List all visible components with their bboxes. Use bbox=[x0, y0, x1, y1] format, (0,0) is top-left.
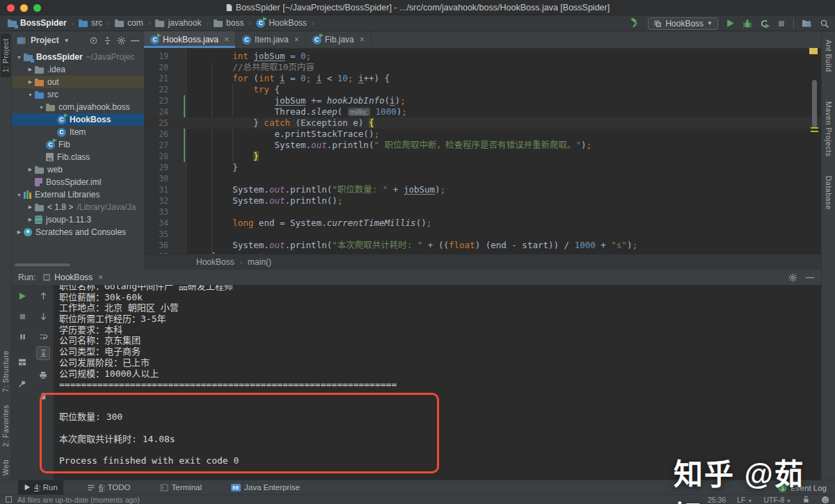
code-line-32[interactable]: 32 System.out.println(); bbox=[144, 195, 821, 206]
tree-item-src[interactable]: ▼src bbox=[12, 88, 144, 101]
horizontal-scrollbar[interactable] bbox=[15, 263, 70, 266]
chevron-right-icon[interactable]: ▶ bbox=[26, 67, 35, 72]
layout-button[interactable] bbox=[17, 357, 28, 368]
code-line-26[interactable]: 26 e.printStackTrace(); bbox=[144, 129, 821, 140]
tree-item-idea[interactable]: ▶.idea bbox=[12, 63, 144, 76]
close-icon[interactable]: × bbox=[294, 35, 299, 44]
code-line-29[interactable]: 29 } bbox=[144, 162, 821, 173]
breadcrumb-method[interactable]: main() bbox=[248, 257, 271, 267]
code-line-36[interactable]: 36 System.out.println("本次爬取共计耗时: " + ((f… bbox=[144, 240, 821, 251]
tree-item-comjavahookboss[interactable]: ▼com.javahook.boss bbox=[12, 101, 144, 113]
stop-gray-button[interactable] bbox=[17, 311, 28, 322]
gear-icon[interactable] bbox=[788, 273, 797, 282]
tool-window-button-mavenprojects[interactable]: Maven Projects bbox=[825, 101, 833, 156]
tree-item-hookboss[interactable]: CHookBoss bbox=[12, 113, 144, 126]
project-structure-icon[interactable] bbox=[802, 19, 812, 28]
chevron-right-icon[interactable]: ▶ bbox=[26, 217, 35, 222]
tree-item-fib[interactable]: CFib bbox=[12, 138, 144, 151]
breadcrumb-class[interactable]: HookBoss bbox=[196, 257, 234, 267]
tree-item-bossspideriml[interactable]: BossSpider.iml bbox=[12, 176, 144, 188]
tool-window-button-run[interactable]: 4: Run bbox=[18, 480, 63, 495]
chevron-right-icon[interactable]: ▶ bbox=[26, 167, 35, 172]
printer-button[interactable] bbox=[38, 370, 49, 381]
background-tasks-icon[interactable] bbox=[6, 496, 12, 503]
tool-window-button-web[interactable]: Web bbox=[1, 460, 10, 475]
collapse-all-icon[interactable] bbox=[103, 36, 112, 45]
editor-scrollbar[interactable] bbox=[812, 80, 817, 127]
code-line-19[interactable]: 19 int jobSum = 0; bbox=[144, 51, 821, 62]
breadcrumb-item[interactable]: boss bbox=[212, 18, 246, 28]
breadcrumb-item[interactable]: com bbox=[113, 18, 145, 28]
hide-panel-icon[interactable]: — bbox=[806, 273, 814, 282]
close-icon[interactable]: × bbox=[360, 35, 365, 44]
tree-item-out[interactable]: ▶out bbox=[12, 76, 144, 88]
run-button[interactable] bbox=[726, 19, 735, 28]
tool-window-button-structure[interactable]: 7: Structure bbox=[1, 350, 10, 392]
code-line-28[interactable]: 28 } bbox=[144, 151, 821, 162]
breadcrumb-item[interactable]: javahook bbox=[153, 18, 203, 28]
run-console-tab[interactable]: HookBoss × bbox=[42, 273, 103, 282]
hide-panel-icon[interactable]: — bbox=[131, 35, 139, 45]
code-line-27[interactable]: 27 System.out.println(" 职位爬取中断，检查程序是否有错误… bbox=[144, 140, 821, 151]
editor-tab-fibjava[interactable]: CFib.java× bbox=[306, 31, 372, 48]
code-line-24[interactable]: 24 Thread.sleep( millis: 1000); bbox=[144, 106, 821, 117]
tree-item-bossspider[interactable]: ▼BossSpider~/JavaProjec bbox=[12, 51, 144, 63]
chevron-right-icon[interactable]: ▶ bbox=[26, 204, 35, 210]
code-line-30[interactable]: 30 bbox=[144, 173, 821, 184]
code-line-34[interactable]: 34 long end = System.currentTimeMillis()… bbox=[144, 218, 821, 229]
tool-window-button-javaenterprise[interactable]: EEJava Enterprise bbox=[225, 480, 305, 495]
chevron-down-icon[interactable]: ▼ bbox=[15, 55, 24, 60]
code-line-33[interactable]: 33 bbox=[144, 206, 821, 218]
code-line-35[interactable]: 35 bbox=[144, 229, 821, 240]
chevron-down-icon[interactable]: ▼ bbox=[15, 193, 24, 197]
tool-window-button-antbuild[interactable]: Ant Build bbox=[825, 40, 833, 72]
project-panel-title[interactable]: Project bbox=[31, 35, 59, 45]
tree-item-fibclass[interactable]: 01Fib.class bbox=[12, 151, 144, 163]
pause-button[interactable] bbox=[17, 331, 28, 342]
breadcrumb-item[interactable]: CHookBoss bbox=[254, 18, 309, 28]
close-icon[interactable]: × bbox=[224, 35, 229, 44]
code-line-31[interactable]: 31 System.out.println("职位数量: " + jobSum)… bbox=[144, 184, 821, 195]
build-hammer-icon[interactable] bbox=[630, 18, 640, 29]
tree-item-web[interactable]: ▶web bbox=[12, 163, 144, 176]
arrow-down-button[interactable] bbox=[38, 311, 49, 322]
tree-item-jsoup1113[interactable]: ▶jsoup-1.11.3 bbox=[12, 213, 144, 226]
editor-tab-itemjava[interactable]: CItem.java× bbox=[236, 31, 306, 48]
chevron-down-icon[interactable]: ▼ bbox=[64, 38, 70, 44]
gear-icon[interactable] bbox=[117, 36, 126, 45]
chevron-down-icon[interactable]: ▼ bbox=[37, 105, 46, 110]
scroll-end-button[interactable] bbox=[36, 346, 50, 360]
tool-window-button-terminal[interactable]: Terminal bbox=[154, 480, 207, 495]
code-editor[interactable]: 19 int jobSum = 0;20 //总共爬取10页内容21 for (… bbox=[144, 49, 821, 254]
pin-button[interactable] bbox=[17, 378, 28, 389]
play-button[interactable] bbox=[17, 291, 28, 302]
tree-item-18[interactable]: ▶< 1.8 >/Library/Java/Ja bbox=[12, 201, 144, 213]
run-configuration-select[interactable]: HookBoss ▼ bbox=[648, 17, 718, 30]
editor-tab-hookbossjava[interactable]: CHookBoss.java× bbox=[144, 31, 236, 48]
code-line-22[interactable]: 22 try { bbox=[144, 84, 821, 95]
tool-window-button-favorites[interactable]: 2: Favorites bbox=[1, 405, 10, 447]
run-with-coverage-button[interactable] bbox=[760, 19, 770, 29]
soft-wrap-button[interactable] bbox=[38, 331, 49, 342]
close-icon[interactable]: × bbox=[98, 273, 103, 282]
breadcrumb-item[interactable]: src bbox=[77, 18, 104, 28]
tree-item-item[interactable]: CItem bbox=[12, 126, 144, 138]
tree-item-scratchesandconsoles[interactable]: ▶Scratches and Consoles bbox=[12, 226, 144, 238]
code-line-25[interactable]: 25 } catch (Exception e) { bbox=[144, 117, 821, 129]
arrow-up-button[interactable] bbox=[38, 291, 49, 302]
chevron-right-icon[interactable]: ▶ bbox=[26, 79, 35, 85]
error-stripe-warning-marker[interactable] bbox=[809, 48, 818, 54]
tool-window-button-todo[interactable]: 6: TODO bbox=[81, 480, 136, 495]
chevron-right-icon[interactable]: ▶ bbox=[15, 229, 24, 235]
close-window-button[interactable] bbox=[7, 4, 15, 12]
debug-button[interactable] bbox=[742, 19, 752, 29]
zoom-window-button[interactable] bbox=[33, 4, 41, 12]
chevron-down-icon[interactable]: ▼ bbox=[26, 92, 35, 97]
tool-window-project-button[interactable]: 1: Project bbox=[1, 33, 10, 77]
tool-window-button-database[interactable]: Database bbox=[825, 176, 833, 210]
minimize-window-button[interactable] bbox=[20, 4, 28, 12]
code-line-20[interactable]: 20 //总共爬取10页内容 bbox=[144, 62, 821, 73]
tree-item-externallibraries[interactable]: ▼External Libraries bbox=[12, 188, 144, 201]
search-everywhere-icon[interactable] bbox=[820, 19, 829, 29]
locate-file-icon[interactable] bbox=[89, 36, 98, 45]
